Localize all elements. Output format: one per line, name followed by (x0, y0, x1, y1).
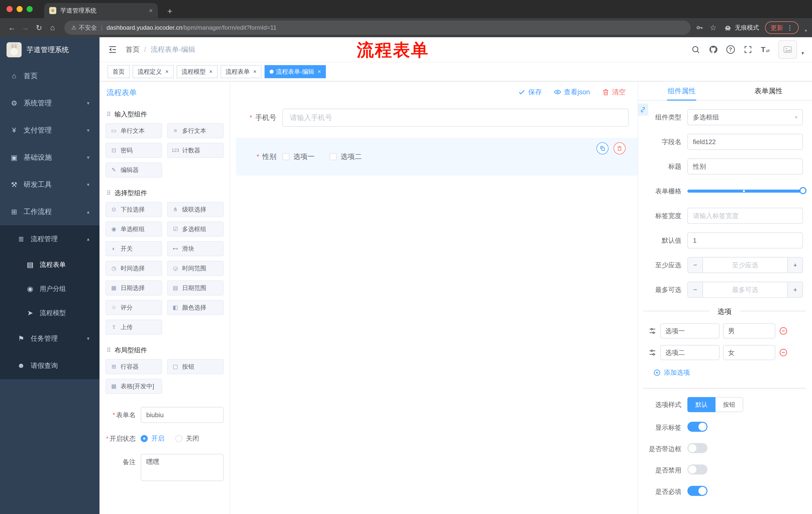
palette-chip-time-picker[interactable]: ◷时间选择 (106, 261, 162, 276)
palette-chip-date-range[interactable]: ▤日期范围 (167, 280, 224, 296)
sidebar-item-home[interactable]: ⌂ 首页 (0, 62, 99, 89)
remove-option-icon[interactable] (779, 326, 788, 335)
new-tab-button[interactable]: + (164, 6, 176, 16)
sidebar-collapse-icon[interactable] (108, 45, 118, 55)
browser-menu-icon[interactable]: ⋮ (787, 24, 793, 32)
tag-process-model[interactable]: 流程模型 × (177, 65, 218, 78)
minimize-window-button[interactable] (17, 6, 23, 12)
tag-process-form-edit[interactable]: 流程表单-编辑 × (265, 65, 326, 78)
palette-chip-slider[interactable]: ⊷滑块 (167, 241, 224, 256)
palette-chip-checkbox-group[interactable]: ☑多选框组 (167, 221, 224, 237)
close-window-button[interactable] (6, 6, 12, 12)
option-value-input[interactable] (723, 323, 775, 339)
form-name-input[interactable] (141, 407, 224, 423)
drag-handle-icon[interactable] (648, 348, 657, 357)
tag-process-definition[interactable]: 流程定义 × (133, 65, 174, 78)
bookmark-star-icon[interactable]: ☆ (710, 24, 718, 32)
avatar[interactable] (778, 40, 797, 59)
palette-chip-time-range[interactable]: ◶时间范围 (167, 261, 224, 276)
form-remark-textarea[interactable]: 嘿嘿 (141, 454, 224, 481)
palette-chip-select[interactable]: ⊙下拉选择 (106, 202, 162, 217)
title-input[interactable] (687, 158, 803, 174)
field-phone[interactable]: * 手机号 (236, 107, 638, 129)
sidebar-item-system-mgmt[interactable]: ⚙ 系统管理 ▾ (0, 89, 99, 117)
border-toggle[interactable] (687, 443, 707, 453)
tab-close-icon[interactable]: × (149, 7, 153, 15)
close-icon[interactable]: × (318, 69, 321, 75)
delete-field-button[interactable] (613, 142, 626, 154)
tab-form-props[interactable]: 表单属性 (725, 81, 812, 100)
style-button-button[interactable]: 按钮 (716, 397, 743, 412)
sidebar-item-leave-query[interactable]: ☻ 请假查询 (0, 352, 99, 379)
palette-chip-password[interactable]: ⊡密码 (106, 143, 162, 158)
palette-chip-row-container[interactable]: ⊞行容器 (106, 359, 162, 374)
clear-button[interactable]: 清空 (602, 87, 626, 97)
browser-tab[interactable]: 芋道管理系统 × (44, 3, 158, 18)
reload-icon[interactable]: ↻ (32, 21, 46, 34)
required-toggle[interactable] (687, 486, 707, 496)
option-label-input[interactable] (660, 323, 720, 339)
sidebar-item-process-model[interactable]: ➤ 流程模型 (0, 301, 99, 325)
option-label-input[interactable] (660, 345, 720, 360)
palette-chip-button[interactable]: ▢按钮 (167, 359, 224, 374)
tag-process-form[interactable]: 流程表单 × (221, 65, 262, 78)
style-default-button[interactable]: 默认 (687, 397, 716, 412)
component-type-select[interactable]: 多选框组▾ (687, 109, 803, 125)
palette-chip-color-picker[interactable]: ◧颜色选择 (167, 300, 224, 315)
default-value-input[interactable] (687, 232, 803, 248)
font-size-icon[interactable]: T⇄ (761, 45, 770, 54)
field-gender-selected[interactable]: * 性别 选项一 选项二 (236, 138, 638, 175)
field-name-input[interactable] (687, 134, 803, 150)
label-width-input[interactable] (687, 208, 803, 224)
sidebar-item-infrastructure[interactable]: ▣ 基础设施 ▾ (0, 144, 99, 171)
sidebar-item-task-mgmt[interactable]: ⚑ 任务管理 ▾ (0, 325, 99, 352)
tag-home[interactable]: 首页 (108, 65, 129, 78)
close-icon[interactable]: × (165, 69, 169, 75)
fullscreen-icon[interactable] (744, 45, 752, 54)
palette-chip-switch[interactable]: ◐开关 (106, 241, 162, 256)
increase-button[interactable]: + (787, 258, 803, 273)
remove-option-icon[interactable] (779, 348, 788, 357)
decrease-button[interactable]: − (688, 282, 703, 297)
back-icon[interactable]: ← (5, 21, 19, 34)
form-grid-slider[interactable] (687, 183, 803, 199)
status-on-radio[interactable]: 开启 (141, 434, 164, 443)
palette-chip-single-line-text[interactable]: ▭单行文本 (106, 123, 162, 138)
maximize-window-button[interactable] (27, 6, 33, 12)
sidebar-item-user-group[interactable]: ◉ 用户分组 (0, 277, 99, 301)
status-off-radio[interactable]: 关闭 (175, 434, 199, 443)
add-option-button[interactable]: 添加选项 (653, 368, 812, 377)
palette-chip-table[interactable]: ▦表格[开发中] (106, 379, 162, 394)
address-bar[interactable]: ⚠ 不安全 | dashboard.yudao.iocoder.cn/bpm/m… (64, 21, 691, 35)
save-button[interactable]: 保存 (518, 87, 542, 97)
checkbox-option-one[interactable]: 选项一 (282, 152, 315, 161)
min-select-input[interactable] (703, 258, 787, 273)
palette-chip-upload[interactable]: ⇪上传 (106, 320, 162, 335)
drag-handle-icon[interactable] (648, 327, 657, 335)
chevron-down-icon[interactable]: ▾ (805, 28, 807, 33)
close-icon[interactable]: × (209, 69, 212, 75)
panel-link-icon[interactable] (638, 104, 648, 116)
browser-update-button[interactable]: 更新 ⋮ (765, 21, 799, 34)
phone-input[interactable] (282, 109, 629, 127)
palette-chip-editor[interactable]: ✎编辑器 (106, 162, 162, 178)
disabled-toggle[interactable] (687, 464, 707, 475)
sidebar-item-process-form[interactable]: ▤ 流程表单 (0, 252, 99, 277)
show-label-toggle[interactable] (687, 422, 707, 432)
copy-field-button[interactable] (597, 142, 609, 154)
breadcrumb-home[interactable]: 首页 (126, 45, 140, 54)
tab-component-props[interactable]: 组件属性 (638, 81, 725, 100)
max-select-input[interactable] (703, 282, 787, 297)
forward-icon[interactable]: → (19, 21, 32, 34)
search-icon[interactable] (691, 45, 700, 54)
key-icon[interactable] (696, 24, 704, 32)
palette-chip-multi-line-text[interactable]: ≡多行文本 (167, 123, 224, 138)
slider-handle[interactable] (800, 187, 807, 194)
close-icon[interactable]: × (253, 69, 257, 75)
palette-chip-rate[interactable]: ☆评分 (106, 300, 162, 315)
palette-chip-cascader[interactable]: ⋔级联选择 (167, 202, 224, 217)
help-icon[interactable]: ? (726, 45, 735, 54)
view-json-button[interactable]: 查看json (554, 87, 590, 97)
increase-button[interactable]: + (787, 282, 803, 297)
option-value-input[interactable] (723, 345, 775, 360)
